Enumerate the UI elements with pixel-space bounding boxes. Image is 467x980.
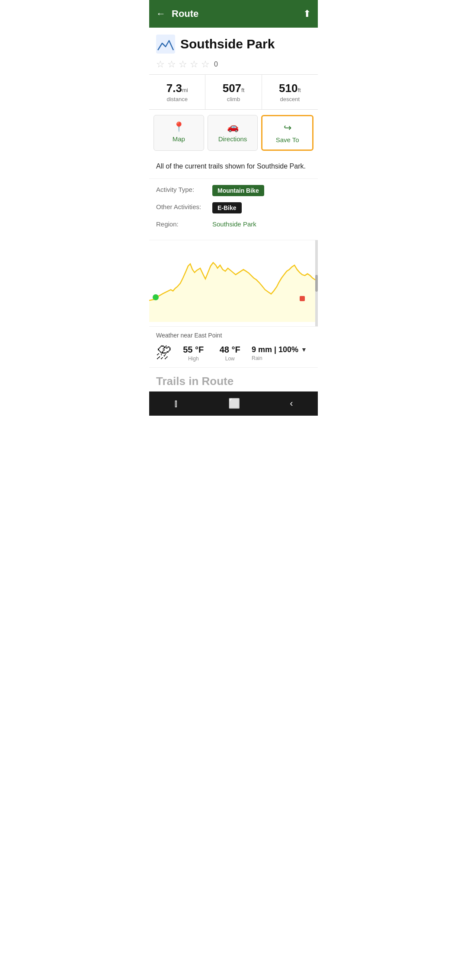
nav-back-button[interactable]: ‹ xyxy=(281,395,301,413)
park-name: Southside Park xyxy=(180,37,275,51)
region-value: Southside Park xyxy=(212,220,256,228)
info-table: Activity Type: Mountain Bike Other Activ… xyxy=(149,179,318,240)
bottom-navigation: ⫿ ⬜ ‹ xyxy=(149,391,318,416)
star-2[interactable]: ☆ xyxy=(167,59,176,70)
descent-value: 510ft xyxy=(265,82,314,95)
weather-rain: 9 mm | 100% ▼ Rain xyxy=(252,345,311,361)
region-key: Region: xyxy=(156,220,212,228)
stat-distance: 7.3mi distance xyxy=(149,75,205,109)
trails-in-route-heading: Trails in Route xyxy=(149,367,318,391)
weather-high: 55 °F High xyxy=(179,345,208,362)
directions-icon: 🚗 xyxy=(227,121,239,133)
region-row: Region: Southside Park xyxy=(156,220,311,228)
elevation-chart-section xyxy=(149,240,318,326)
climb-value: 507ft xyxy=(209,82,258,95)
nav-home-button[interactable]: ⬜ xyxy=(220,395,249,413)
park-logo-icon xyxy=(156,35,175,54)
weather-rain-label: Rain xyxy=(252,355,262,361)
weather-dropdown-arrow[interactable]: ▼ xyxy=(301,346,307,353)
region-link[interactable]: Southside Park xyxy=(212,220,256,228)
directions-label: Directions xyxy=(218,135,247,143)
nav-menu-button[interactable]: ⫿ xyxy=(165,395,187,413)
share-button[interactable]: ⬆ xyxy=(303,8,311,19)
star-3[interactable]: ☆ xyxy=(179,59,187,70)
activity-type-key: Activity Type: xyxy=(156,185,212,193)
weather-low-label: Low xyxy=(225,356,235,362)
directions-button[interactable]: 🚗 Directions xyxy=(208,115,258,151)
header-title: Route xyxy=(172,8,303,19)
saveto-button[interactable]: ↪ Save To xyxy=(261,115,313,151)
climb-label: climb xyxy=(209,96,258,102)
other-activities-value: E-Bike xyxy=(212,202,242,213)
stat-climb: 507ft climb xyxy=(205,75,262,109)
saveto-icon: ↪ xyxy=(284,122,291,134)
other-activities-key: Other Activities: xyxy=(156,202,212,210)
descent-label: descent xyxy=(265,96,314,102)
distance-label: distance xyxy=(153,96,202,102)
weather-low-value: 48 °F xyxy=(220,345,240,355)
star-4[interactable]: ☆ xyxy=(190,59,198,70)
stat-descent: 510ft descent xyxy=(262,75,318,109)
back-button[interactable]: ← xyxy=(156,8,166,19)
star-1[interactable]: ☆ xyxy=(156,59,165,70)
park-description: All of the current trails shown for Sout… xyxy=(149,156,318,179)
weather-icon: ⛈ xyxy=(156,344,172,362)
scrollbar-thumb xyxy=(315,275,318,292)
rating-area: ☆ ☆ ☆ ☆ ☆ 0 xyxy=(149,57,318,74)
mountain-bike-tag[interactable]: Mountain Bike xyxy=(212,185,264,196)
rating-count: 0 xyxy=(214,60,218,68)
action-buttons: 📍 Map 🚗 Directions ↪ Save To xyxy=(149,110,318,156)
start-dot xyxy=(153,294,159,300)
svg-rect-0 xyxy=(156,35,175,54)
app-header: ← Route ⬆ xyxy=(149,0,318,28)
stats-row: 7.3mi distance 507ft climb 510ft descent xyxy=(149,74,318,110)
map-label: Map xyxy=(173,135,185,143)
other-activities-row: Other Activities: E-Bike xyxy=(156,202,311,213)
weather-row: ⛈ 55 °F High 48 °F Low 9 mm | 100% ▼ Rai… xyxy=(156,344,311,362)
elevation-chart xyxy=(149,240,318,326)
weather-high-label: High xyxy=(188,356,199,362)
star-5[interactable]: ☆ xyxy=(201,59,210,70)
weather-section: Weather near East Point ⛈ 55 °F High 48 … xyxy=(149,326,318,367)
saveto-label: Save To xyxy=(276,136,299,143)
ebike-tag[interactable]: E-Bike xyxy=(212,202,242,213)
map-icon: 📍 xyxy=(173,121,185,133)
distance-value: 7.3mi xyxy=(153,82,202,95)
scrollbar-track xyxy=(315,240,318,326)
weather-low: 48 °F Low xyxy=(215,345,245,362)
weather-location-label: Weather near East Point xyxy=(156,332,311,339)
map-button[interactable]: 📍 Map xyxy=(154,115,204,151)
park-title-area: Southside Park xyxy=(149,28,318,57)
end-dot xyxy=(300,296,305,301)
weather-high-value: 55 °F xyxy=(183,345,204,355)
activity-type-value: Mountain Bike xyxy=(212,185,264,196)
activity-type-row: Activity Type: Mountain Bike xyxy=(156,185,311,196)
weather-rain-value: 9 mm | 100% ▼ xyxy=(252,345,307,354)
